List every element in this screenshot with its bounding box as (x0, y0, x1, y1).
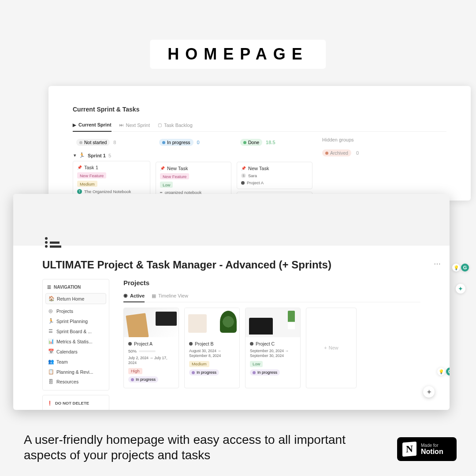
tab-label: Current Sprint (78, 122, 112, 127)
home-icon: 🏠 (48, 296, 54, 301)
new-label: New (329, 345, 338, 350)
project-dates: July 2, 2024 → July 17, 2024 (128, 356, 174, 366)
column-header[interactable]: Not started 8 (73, 137, 150, 148)
runner-icon: 🏃 (48, 318, 53, 324)
projects-tabs: ◉ Active ▦ Timeline View (123, 293, 420, 302)
hidden-groups-label: Hidden groups (322, 137, 359, 142)
column-not-started: Not started 8 ▾ 🏃 Sprint 1 5 📌Task 1 New… (73, 137, 150, 201)
column-done: Done 18.5 📌New Task SSara Project A 📌New… (237, 137, 312, 201)
do-not-delete-heading: ❗ DO NOT DELETE (45, 399, 106, 408)
tag-type: New Feature (77, 172, 106, 178)
avatar: S (241, 173, 246, 178)
tab-current-sprint[interactable]: ▶ Current Sprint (73, 119, 112, 132)
assignee: The Organized Notebook (84, 189, 131, 194)
marketing-caption: A user-friendly homepage with easy acces… (24, 432, 359, 463)
project-card[interactable]: Project B August 30, 2024 → September 8,… (184, 308, 240, 388)
tab-task-backlog[interactable]: ▢ Task Backlog (158, 120, 193, 131)
priority-tag: Medium (189, 361, 209, 367)
notion-logo-icon: N (402, 441, 417, 458)
priority-tag: High (128, 368, 142, 374)
plus-icon: + (324, 345, 327, 350)
nav-projects[interactable]: ◎Projects (45, 306, 106, 316)
status-label: Archived (330, 150, 348, 156)
nav-label: Calendars (56, 349, 78, 354)
nav-label: Team (56, 359, 68, 364)
archive-icon: 🗄 (48, 379, 53, 384)
status-tag: In progress (136, 377, 156, 382)
more-button[interactable]: ⋯ (434, 260, 442, 268)
nav-label: Metrics & Statis... (56, 339, 93, 344)
timeline-icon: ▦ (152, 293, 156, 299)
clipboard-icon: 📋 (48, 369, 53, 375)
status-label: In progress (167, 140, 190, 145)
column-header[interactable]: Done 18.5 (237, 137, 312, 148)
nav-calendars[interactable]: 📅Calendars (45, 346, 106, 357)
nav-label: Sprint Board & ... (56, 329, 92, 334)
nav-resources[interactable]: 🗄Resources (45, 377, 106, 387)
nav-sprint-planning[interactable]: 🏃Sprint Planning (45, 316, 106, 326)
sprint-name: Sprint 1 (88, 153, 106, 158)
nav-label: Projects (56, 309, 73, 314)
nav-label: Planning & Revi... (56, 369, 93, 375)
project-card[interactable]: Project A 50% July 2, 2024 → July 17, 20… (123, 308, 179, 388)
project-ref: Project A (247, 180, 264, 185)
task-card[interactable]: 📌New Task SSara Project A (237, 162, 312, 189)
people-icon: 👥 (48, 359, 53, 364)
column-count: 0 (197, 140, 200, 145)
ai-assist-button[interactable]: ✦ (456, 284, 465, 294)
project-cover (245, 308, 300, 337)
ai-assist-button[interactable]: ✦ (423, 386, 435, 398)
project-cover (124, 308, 178, 337)
nav-label: Sprint Planning (56, 319, 88, 324)
sprint-heading: Current Sprint & Tasks (73, 106, 446, 113)
tab-timeline[interactable]: ▦ Timeline View (152, 293, 188, 302)
tag-priority: Low (160, 182, 173, 188)
navigation-panel: ☰ NAVIGATION 🏠 Return Home ◎Projects 🏃Sp… (42, 279, 109, 410)
pin-icon: 📌 (241, 166, 246, 171)
new-project-button[interactable]: + New (306, 308, 357, 388)
next-icon: ⏭ (119, 123, 124, 127)
nav-team[interactable]: 👥Team (45, 357, 106, 367)
nav-sprint-board[interactable]: ☰Sprint Board & ... (45, 326, 106, 336)
nav-label: Resources (56, 379, 78, 384)
nav-databases[interactable]: 🗃 DATABASES (45, 408, 106, 410)
nav-return-home[interactable]: 🏠 Return Home (45, 293, 106, 304)
task-title: Task 1 (84, 165, 98, 170)
tab-active[interactable]: ◉ Active (123, 293, 145, 302)
pin-icon: 📌 (77, 165, 82, 170)
status-label: Done (248, 140, 259, 145)
board-icon: ☰ (48, 328, 53, 334)
nav-planning[interactable]: 📋Planning & Revi... (45, 367, 106, 377)
column-header[interactable]: In progress 0 (156, 137, 231, 148)
tab-label: Task Backlog (164, 123, 193, 128)
runner-icon: 🏃 (79, 152, 85, 158)
project-dates: August 30, 2024 → September 8, 2024 (189, 349, 235, 359)
hidden-groups: Hidden groups Archived 0 (322, 137, 359, 201)
databases-box: ❗ DO NOT DELETE 🗃 DATABASES (42, 395, 109, 410)
tag-priority: Medium (77, 181, 97, 187)
navigation-heading: ☰ NAVIGATION (45, 283, 106, 292)
hint-button[interactable]: 💡 (452, 264, 460, 271)
assignee: Sara (248, 173, 257, 178)
column-count: 18.5 (266, 140, 275, 145)
project-name: Project A (134, 341, 152, 346)
sprint-count: 5 (108, 153, 111, 158)
status-tag: In progress (257, 370, 277, 375)
task-title: New Task (167, 166, 188, 171)
project-dates: September 20, 2024 → September 30, 2024 (250, 349, 296, 359)
tab-next-sprint[interactable]: ⏭ Next Sprint (119, 120, 150, 131)
grammarly-icon[interactable]: G (461, 264, 469, 271)
archived-row[interactable]: Archived 0 (322, 147, 359, 156)
status-label: Not started (84, 140, 107, 145)
nav-label: Return Home (57, 296, 84, 301)
badge-small-text: Made for (421, 443, 443, 448)
homepage-window: ⋯ ULTIMATE Project & Task Manager - Adva… (13, 194, 450, 410)
sprint-tabs: ▶ Current Sprint ⏭ Next Sprint ▢ Task Ba… (73, 119, 446, 132)
nav-metrics[interactable]: 📊Metrics & Statis... (45, 336, 106, 346)
hint-button[interactable]: 💡 (437, 368, 445, 376)
sprint-toggle[interactable]: ▾ 🏃 Sprint 1 5 (73, 151, 150, 161)
tab-label: Active (130, 293, 145, 298)
project-card[interactable]: Project C September 20, 2024 → September… (245, 308, 301, 388)
board-columns: Not started 8 ▾ 🏃 Sprint 1 5 📌Task 1 New… (73, 137, 446, 201)
page-title: ULTIMATE Project & Task Manager - Advanc… (42, 259, 420, 271)
